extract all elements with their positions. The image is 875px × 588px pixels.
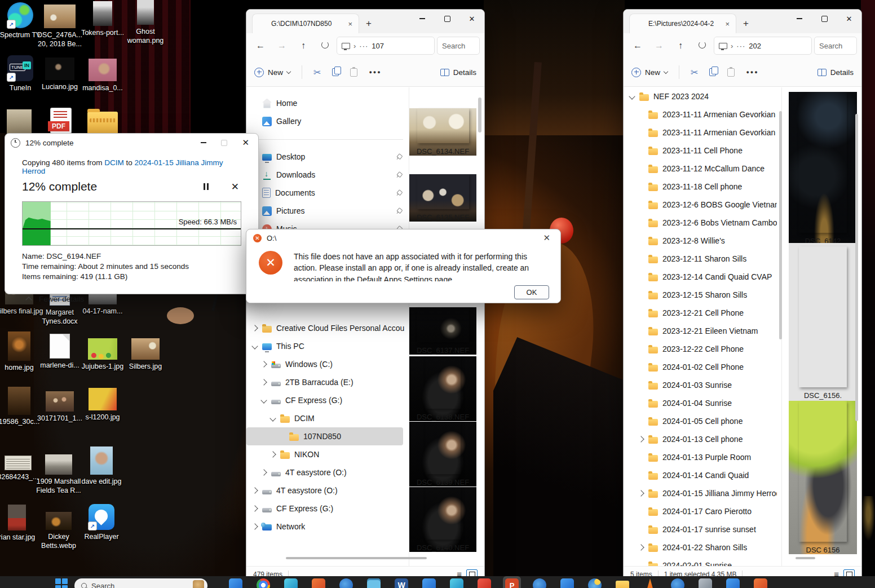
- taskbar-app-icon[interactable]: [726, 578, 740, 588]
- tree-item[interactable]: 2024-01-02 Cell Phone: [624, 358, 781, 376]
- file-item[interactable]: DSC_6140.NEF: [409, 487, 476, 552]
- taskbar-app-icon[interactable]: [560, 578, 574, 588]
- tree-item[interactable]: 2024-01-04 Sunrise: [624, 394, 781, 412]
- tree-item[interactable]: CF Express (G:): [246, 391, 409, 409]
- file-item[interactable]: DSC_6156.: [789, 243, 857, 402]
- desktop-icon[interactable]: ↗ mandisa_0...: [78, 59, 127, 92]
- sidebar-item[interactable]: Desktop: [246, 148, 409, 166]
- chevron-icon[interactable]: [260, 379, 267, 385]
- tree-item[interactable]: 2023-12-21 Eileen Vietnam: [624, 322, 781, 340]
- chevron-icon[interactable]: [260, 469, 267, 475]
- explorer-tab[interactable]: E:\Pictures\2024-04-2 ×: [629, 14, 736, 33]
- sidebar-item[interactable]: Documents: [246, 184, 409, 202]
- sidebar-item[interactable]: Gallery: [246, 112, 409, 130]
- file-item[interactable]: DSC_6135.NEF: [409, 174, 476, 222]
- back-button[interactable]: ←: [251, 41, 270, 51]
- tree-item[interactable]: 2023-12-15 Sharon Sills: [624, 286, 781, 304]
- tree-item[interactable]: 107ND850: [246, 427, 403, 445]
- copy-icon[interactable]: [709, 68, 716, 76]
- breadcrumb[interactable]: 107: [372, 42, 384, 50]
- more-options-icon[interactable]: ●●●: [369, 69, 381, 75]
- tab-close-icon[interactable]: ×: [723, 20, 731, 28]
- taskbar-search[interactable]: Search: [74, 578, 207, 588]
- dialog-title-bar[interactable]: ✕ O:\ ✕: [246, 229, 560, 246]
- taskbar-app-icon[interactable]: [339, 578, 353, 588]
- tree-item[interactable]: 2023-11-12 McCallum Dance: [624, 160, 781, 178]
- tree-item[interactable]: NIKON: [246, 445, 409, 463]
- tree-item[interactable]: 2024-01-05 Cell phone: [624, 412, 781, 430]
- file-item[interactable]: DSC_6139.NEF: [409, 422, 476, 487]
- pause-button[interactable]: [204, 183, 209, 190]
- tree-item[interactable]: 2023-12-22 Cell Phone: [624, 340, 781, 358]
- taskbar-app-icon[interactable]: [505, 578, 519, 588]
- desktop-icon[interactable]: ↗ Luciano.jpg: [35, 58, 85, 91]
- details-toggle[interactable]: Details: [440, 68, 476, 77]
- up-button[interactable]: ↑: [294, 41, 313, 51]
- tree-item[interactable]: 2024-01-17 sunrise sunset: [624, 520, 781, 538]
- file-item[interactable]: DSC_6137.NEF: [409, 307, 476, 355]
- tree-item[interactable]: 2TB Barracuda (E:): [246, 373, 409, 391]
- horizontal-scrollbar[interactable]: [796, 557, 815, 559]
- chevron-icon[interactable]: [251, 505, 258, 511]
- sidebar-item[interactable]: Pictures: [246, 202, 409, 220]
- taskbar-app-icon[interactable]: [284, 578, 298, 588]
- desktop-icon[interactable]: ↗ dave edit.jpg: [77, 446, 126, 486]
- chevron-icon[interactable]: [269, 415, 276, 421]
- chevron-icon[interactable]: [638, 436, 644, 442]
- minimize-button[interactable]: [201, 142, 206, 143]
- tree-item[interactable]: 2024-01-15 Jilliana Jimmy Herrod: [624, 484, 781, 502]
- horizontal-scrollbar[interactable]: [286, 557, 427, 559]
- taskbar-app-icon[interactable]: [450, 578, 463, 588]
- minimize-button[interactable]: [410, 10, 435, 28]
- taskbar-app-icon[interactable]: [643, 578, 657, 588]
- desktop-icon[interactable]: ↗ Jujubes-1.jpg: [78, 338, 127, 371]
- tree-item[interactable]: CF Express (G:): [246, 499, 409, 518]
- tree-item[interactable]: 2023-12-6 Bobs Vietnam Cambodia: [624, 214, 781, 232]
- taskbar-app-icon[interactable]: [229, 578, 242, 588]
- refresh-button[interactable]: [692, 41, 712, 51]
- address-bar[interactable]: › ··· 202: [714, 37, 812, 55]
- chevron-icon[interactable]: [251, 343, 258, 349]
- tree-item[interactable]: 2024-01-22 Sharon Sills: [624, 538, 781, 556]
- sidebar-item[interactable]: Downloads: [246, 166, 409, 184]
- maximize-button[interactable]: [812, 10, 837, 28]
- file-item[interactable]: DSC_6138.NEF: [409, 356, 476, 421]
- tree-item[interactable]: 2023-12-21 Cell Phone: [624, 304, 781, 322]
- chevron-icon[interactable]: [629, 93, 635, 99]
- ok-button[interactable]: OK: [514, 285, 549, 299]
- chevron-icon[interactable]: [251, 325, 258, 331]
- tree-item[interactable]: Network: [246, 518, 409, 536]
- start-button[interactable]: [55, 578, 68, 588]
- close-button[interactable]: ✕: [459, 10, 484, 28]
- desktop-icon[interactable]: ↗ Ghost woman.png: [121, 0, 170, 46]
- tree-item[interactable]: DCIM: [246, 409, 409, 427]
- tree-item[interactable]: This PC: [246, 337, 409, 355]
- search-input[interactable]: Search: [437, 37, 480, 55]
- paste-icon[interactable]: [727, 68, 735, 77]
- forward-button[interactable]: →: [272, 41, 291, 51]
- tree-item[interactable]: 2024-01-13 Cell phone: [624, 430, 781, 448]
- taskbar-app-icon[interactable]: [699, 578, 712, 588]
- back-button[interactable]: ←: [628, 41, 647, 51]
- cancel-copy-button[interactable]: ✕: [231, 181, 239, 193]
- tree-item[interactable]: 2023-11-11 Armenian Gevorkian D85: [624, 123, 781, 142]
- tree-item[interactable]: 2024-01-14 Candi Quaid: [624, 466, 781, 484]
- taskbar-app-icon[interactable]: [312, 578, 325, 588]
- desktop-icon[interactable]: ↗ marlene-di...: [35, 334, 85, 370]
- maximize-button[interactable]: [221, 140, 227, 146]
- breadcrumb-overflow-icon[interactable]: ···: [359, 42, 368, 50]
- paste-icon[interactable]: [350, 68, 357, 77]
- chevron-icon[interactable]: [260, 361, 267, 367]
- cut-icon[interactable]: ✂: [313, 67, 321, 78]
- desktop-icon[interactable]: ↗ 30171701_1...: [35, 391, 85, 423]
- close-button[interactable]: ✕: [242, 138, 249, 148]
- tree-item[interactable]: NEF 2023 2024: [624, 87, 781, 105]
- desktop-icon[interactable]: ↗ 1909 Marshall Fields Tea R...: [34, 454, 83, 496]
- tab-close-icon[interactable]: ×: [346, 20, 354, 28]
- close-button[interactable]: ✕: [540, 233, 554, 243]
- tree-item[interactable]: 2024-01-13 Purple Room: [624, 448, 781, 466]
- minimize-button[interactable]: [787, 10, 812, 28]
- title-bar[interactable]: E:\Pictures\2024-04-2 × + ✕: [624, 10, 861, 33]
- copy-icon[interactable]: [332, 68, 339, 76]
- tree-item[interactable]: 2023-11-18 Cell phone: [624, 178, 781, 196]
